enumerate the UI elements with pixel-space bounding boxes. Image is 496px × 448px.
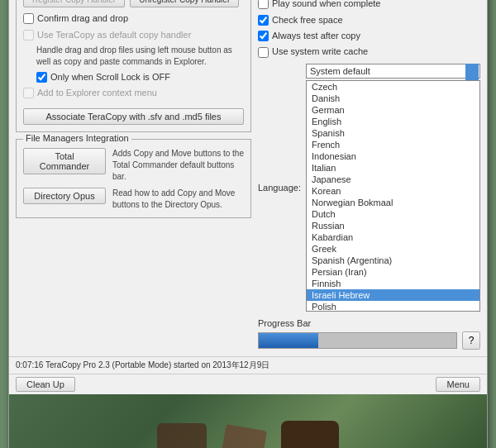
progress-bar-row: ?	[258, 331, 480, 350]
register-copy-handler-button[interactable]: Register Copy Handler	[23, 0, 125, 7]
dialog-body: Shell Integration Register Copy Handler …	[9, 0, 487, 356]
lang-item-danish[interactable]: Danish	[307, 93, 479, 104]
play-sound-checkbox[interactable]	[258, 0, 269, 9]
always-test-label: Always test after copy	[272, 30, 360, 42]
use-teracopy-row: Use TeraCopy as default copy handler	[23, 29, 244, 41]
associate-button[interactable]: Associate TeraCopy with .sfv and .md5 fi…	[23, 108, 244, 125]
copy-handler-row: Register Copy Handler Unregister Copy Ha…	[23, 0, 244, 7]
add-explorer-row: Add to Explorer context menu	[23, 87, 244, 99]
file-managers-group: File Managers Integration Total Commande…	[16, 139, 251, 218]
progress-bar-label: Progress Bar	[258, 318, 480, 328]
lang-item-italian[interactable]: Italian	[307, 162, 479, 174]
file-managers-title: File Managers Integration	[23, 133, 131, 143]
confirm-drag-label: Confirm drag and drop	[37, 12, 128, 25]
log-text: 0:07:16 TeraCopy Pro 2.3 (Portable Mode)…	[16, 360, 269, 371]
lang-item-spanish-arg[interactable]: Spanish (Argentina)	[307, 255, 479, 266]
lang-item-greek[interactable]: Greek	[307, 243, 479, 255]
progress-bar-fill	[259, 333, 318, 348]
lang-item-english[interactable]: English	[307, 116, 479, 127]
lang-item-israeli-hebrew[interactable]: Israeli Hebrew	[307, 289, 479, 301]
only-scroll-checkbox[interactable]	[36, 72, 47, 83]
left-panel: Shell Integration Register Copy Handler …	[16, 0, 251, 350]
lang-item-indonesian[interactable]: Indonesian	[307, 150, 479, 162]
always-test-checkbox[interactable]	[258, 31, 269, 41]
always-test-row: Always test after copy	[258, 30, 480, 42]
check-free-space-row: Check free space	[258, 14, 480, 26]
progress-bar-preview	[258, 332, 457, 349]
only-scroll-row: Only when Scroll Lock is OFF	[36, 71, 244, 83]
handle-drag-text: Handle drag and drop files using left mo…	[36, 45, 244, 68]
add-explorer-checkbox[interactable]	[23, 88, 34, 98]
language-selected-value: System default	[310, 66, 370, 76]
language-select-container: System default ▼ Czech Danish German Eng…	[306, 64, 480, 312]
use-system-cache-label: Use system write cache	[272, 45, 368, 58]
lang-item-german[interactable]: German	[307, 104, 479, 116]
total-commander-row: Total Commander Adds Copy and Move butto…	[23, 148, 244, 183]
preferences-dialog: Preferences ✕ Shell Integration Register…	[8, 0, 488, 448]
lang-item-korean[interactable]: Korean	[307, 185, 479, 197]
lang-item-japanese[interactable]: Japanese	[307, 174, 479, 185]
right-panel: Misc Play sound when complete Check free…	[258, 0, 480, 350]
help-button[interactable]: ?	[462, 331, 480, 350]
language-label: Language:	[258, 183, 301, 193]
lang-item-norwegian[interactable]: Norwegian Bokmaal	[307, 197, 479, 208]
confirm-drag-checkbox[interactable]	[23, 13, 34, 24]
only-scroll-label: Only when Scroll Lock is OFF	[50, 71, 170, 83]
lang-item-kabardian[interactable]: Kabardian	[307, 231, 479, 243]
cleanup-button[interactable]: Clean Up	[16, 377, 75, 392]
file-managers-content: Total Commander Adds Copy and Move butto…	[23, 148, 244, 211]
bottom-bar: Clean Up Menu	[9, 374, 487, 394]
check-free-space-checkbox[interactable]	[258, 15, 269, 26]
directory-opus-buttons: Directory Opus	[23, 188, 106, 204]
unregister-copy-handler-button[interactable]: Unregister Copy Handler	[130, 0, 239, 7]
use-teracopy-checkbox[interactable]	[23, 30, 34, 41]
play-sound-row: Play sound when complete	[258, 0, 480, 11]
directory-opus-row: Directory Opus Read how to add Copy and …	[23, 188, 244, 211]
add-explorer-label: Add to Explorer context menu	[37, 87, 157, 99]
language-dropdown-list: Czech Danish German English Spanish Fren…	[306, 80, 480, 312]
use-system-cache-checkbox[interactable]	[258, 47, 269, 58]
shell-integration-content: Register Copy Handler Unregister Copy Ha…	[23, 0, 244, 125]
confirm-drag-row: Confirm drag and drop	[23, 12, 244, 25]
status-bar: 0:07:16 TeraCopy Pro 2.3 (Portable Mode)…	[9, 356, 487, 374]
image-section	[9, 394, 487, 448]
total-commander-desc: Adds Copy and Move buttons to the Total …	[112, 148, 244, 183]
image-placeholder	[9, 394, 487, 448]
lang-item-czech[interactable]: Czech	[307, 81, 479, 93]
lang-item-french[interactable]: French	[307, 139, 479, 150]
total-commander-button[interactable]: Total Commander	[23, 148, 106, 174]
check-free-space-label: Check free space	[272, 14, 343, 26]
directory-opus-desc: Read how to add Copy and Move buttons to…	[112, 188, 244, 211]
lang-item-spanish[interactable]: Spanish	[307, 127, 479, 139]
use-teracopy-label: Use TeraCopy as default copy handler	[37, 29, 191, 41]
lang-item-russian[interactable]: Russian	[307, 220, 479, 231]
lang-item-finnish[interactable]: Finnish	[307, 278, 479, 289]
lang-item-persian[interactable]: Persian (Iran)	[307, 266, 479, 278]
lang-item-dutch[interactable]: Dutch	[307, 208, 479, 220]
language-select-box[interactable]: System default ▼	[306, 64, 480, 79]
file-mgr-buttons: Total Commander	[23, 148, 106, 174]
shell-integration-group: Shell Integration Register Copy Handler …	[16, 0, 251, 132]
play-sound-label: Play sound when complete	[272, 0, 380, 11]
use-system-cache-row: Use system write cache	[258, 45, 480, 58]
language-row: Language: System default ▼ Czech Danish …	[258, 64, 480, 312]
directory-opus-button[interactable]: Directory Opus	[23, 188, 106, 204]
menu-button[interactable]: Menu	[436, 377, 480, 392]
lang-item-polish[interactable]: Polish	[307, 301, 479, 312]
